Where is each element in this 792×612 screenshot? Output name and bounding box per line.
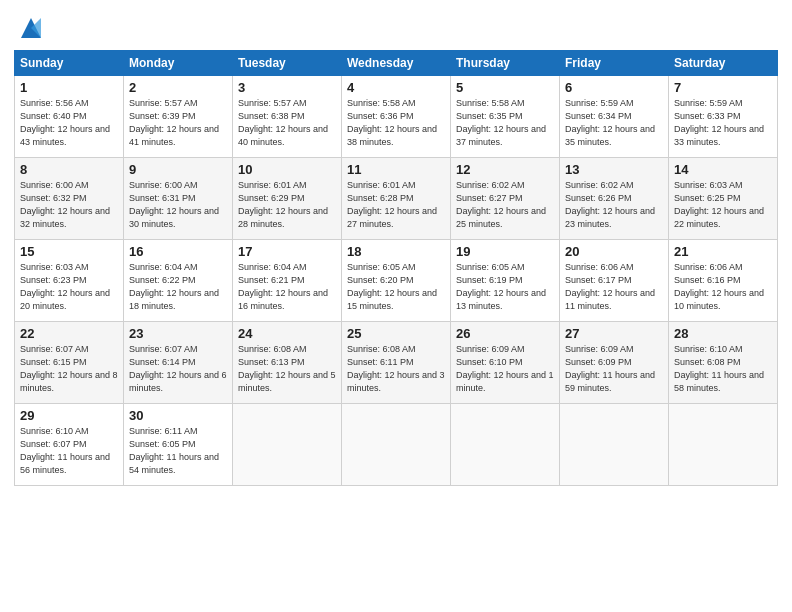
day-number: 22 bbox=[20, 326, 118, 341]
calendar-day-cell: 13Sunrise: 6:02 AMSunset: 6:26 PMDayligh… bbox=[560, 158, 669, 240]
calendar-day-cell bbox=[342, 404, 451, 486]
day-number: 26 bbox=[456, 326, 554, 341]
calendar-day-cell: 18Sunrise: 6:05 AMSunset: 6:20 PMDayligh… bbox=[342, 240, 451, 322]
day-number: 17 bbox=[238, 244, 336, 259]
calendar-header-row: SundayMondayTuesdayWednesdayThursdayFrid… bbox=[15, 51, 778, 76]
day-number: 23 bbox=[129, 326, 227, 341]
day-info: Sunrise: 6:10 AMSunset: 6:08 PMDaylight:… bbox=[674, 343, 772, 395]
day-number: 5 bbox=[456, 80, 554, 95]
calendar-day-cell: 30Sunrise: 6:11 AMSunset: 6:05 PMDayligh… bbox=[124, 404, 233, 486]
day-info: Sunrise: 6:06 AMSunset: 6:17 PMDaylight:… bbox=[565, 261, 663, 313]
day-number: 14 bbox=[674, 162, 772, 177]
day-info: Sunrise: 6:03 AMSunset: 6:25 PMDaylight:… bbox=[674, 179, 772, 231]
calendar-day-cell: 14Sunrise: 6:03 AMSunset: 6:25 PMDayligh… bbox=[669, 158, 778, 240]
day-info: Sunrise: 6:01 AMSunset: 6:28 PMDaylight:… bbox=[347, 179, 445, 231]
day-number: 6 bbox=[565, 80, 663, 95]
day-info: Sunrise: 5:56 AMSunset: 6:40 PMDaylight:… bbox=[20, 97, 118, 149]
day-number: 20 bbox=[565, 244, 663, 259]
logo bbox=[14, 14, 45, 42]
page-header bbox=[14, 10, 778, 42]
calendar-day-cell: 22Sunrise: 6:07 AMSunset: 6:15 PMDayligh… bbox=[15, 322, 124, 404]
calendar-day-cell: 10Sunrise: 6:01 AMSunset: 6:29 PMDayligh… bbox=[233, 158, 342, 240]
calendar-day-cell: 20Sunrise: 6:06 AMSunset: 6:17 PMDayligh… bbox=[560, 240, 669, 322]
calendar-day-cell: 16Sunrise: 6:04 AMSunset: 6:22 PMDayligh… bbox=[124, 240, 233, 322]
day-info: Sunrise: 6:01 AMSunset: 6:29 PMDaylight:… bbox=[238, 179, 336, 231]
calendar-day-cell: 29Sunrise: 6:10 AMSunset: 6:07 PMDayligh… bbox=[15, 404, 124, 486]
day-number: 29 bbox=[20, 408, 118, 423]
day-number: 19 bbox=[456, 244, 554, 259]
calendar-day-cell: 8Sunrise: 6:00 AMSunset: 6:32 PMDaylight… bbox=[15, 158, 124, 240]
day-info: Sunrise: 6:09 AMSunset: 6:09 PMDaylight:… bbox=[565, 343, 663, 395]
day-number: 13 bbox=[565, 162, 663, 177]
day-info: Sunrise: 6:04 AMSunset: 6:21 PMDaylight:… bbox=[238, 261, 336, 313]
calendar-day-cell bbox=[233, 404, 342, 486]
day-info: Sunrise: 5:57 AMSunset: 6:38 PMDaylight:… bbox=[238, 97, 336, 149]
day-info: Sunrise: 6:02 AMSunset: 6:27 PMDaylight:… bbox=[456, 179, 554, 231]
col-header-sunday: Sunday bbox=[15, 51, 124, 76]
day-number: 2 bbox=[129, 80, 227, 95]
day-info: Sunrise: 6:11 AMSunset: 6:05 PMDaylight:… bbox=[129, 425, 227, 477]
calendar-week-row: 29Sunrise: 6:10 AMSunset: 6:07 PMDayligh… bbox=[15, 404, 778, 486]
day-number: 10 bbox=[238, 162, 336, 177]
day-info: Sunrise: 6:07 AMSunset: 6:14 PMDaylight:… bbox=[129, 343, 227, 395]
day-info: Sunrise: 6:04 AMSunset: 6:22 PMDaylight:… bbox=[129, 261, 227, 313]
day-info: Sunrise: 5:58 AMSunset: 6:35 PMDaylight:… bbox=[456, 97, 554, 149]
col-header-saturday: Saturday bbox=[669, 51, 778, 76]
day-number: 25 bbox=[347, 326, 445, 341]
day-info: Sunrise: 6:00 AMSunset: 6:32 PMDaylight:… bbox=[20, 179, 118, 231]
day-number: 28 bbox=[674, 326, 772, 341]
day-info: Sunrise: 6:03 AMSunset: 6:23 PMDaylight:… bbox=[20, 261, 118, 313]
day-number: 24 bbox=[238, 326, 336, 341]
calendar-day-cell: 7Sunrise: 5:59 AMSunset: 6:33 PMDaylight… bbox=[669, 76, 778, 158]
calendar-day-cell: 17Sunrise: 6:04 AMSunset: 6:21 PMDayligh… bbox=[233, 240, 342, 322]
day-info: Sunrise: 5:59 AMSunset: 6:34 PMDaylight:… bbox=[565, 97, 663, 149]
col-header-tuesday: Tuesday bbox=[233, 51, 342, 76]
calendar-day-cell: 24Sunrise: 6:08 AMSunset: 6:13 PMDayligh… bbox=[233, 322, 342, 404]
day-number: 21 bbox=[674, 244, 772, 259]
day-number: 3 bbox=[238, 80, 336, 95]
calendar-week-row: 22Sunrise: 6:07 AMSunset: 6:15 PMDayligh… bbox=[15, 322, 778, 404]
calendar-day-cell: 23Sunrise: 6:07 AMSunset: 6:14 PMDayligh… bbox=[124, 322, 233, 404]
day-number: 1 bbox=[20, 80, 118, 95]
calendar-week-row: 1Sunrise: 5:56 AMSunset: 6:40 PMDaylight… bbox=[15, 76, 778, 158]
calendar-day-cell: 2Sunrise: 5:57 AMSunset: 6:39 PMDaylight… bbox=[124, 76, 233, 158]
calendar-day-cell: 3Sunrise: 5:57 AMSunset: 6:38 PMDaylight… bbox=[233, 76, 342, 158]
calendar-day-cell bbox=[560, 404, 669, 486]
col-header-wednesday: Wednesday bbox=[342, 51, 451, 76]
calendar-day-cell bbox=[669, 404, 778, 486]
calendar-day-cell: 15Sunrise: 6:03 AMSunset: 6:23 PMDayligh… bbox=[15, 240, 124, 322]
day-number: 12 bbox=[456, 162, 554, 177]
calendar-day-cell bbox=[451, 404, 560, 486]
col-header-monday: Monday bbox=[124, 51, 233, 76]
calendar-day-cell: 1Sunrise: 5:56 AMSunset: 6:40 PMDaylight… bbox=[15, 76, 124, 158]
day-info: Sunrise: 5:59 AMSunset: 6:33 PMDaylight:… bbox=[674, 97, 772, 149]
day-info: Sunrise: 6:10 AMSunset: 6:07 PMDaylight:… bbox=[20, 425, 118, 477]
day-number: 18 bbox=[347, 244, 445, 259]
day-number: 15 bbox=[20, 244, 118, 259]
day-info: Sunrise: 6:05 AMSunset: 6:20 PMDaylight:… bbox=[347, 261, 445, 313]
calendar-day-cell: 6Sunrise: 5:59 AMSunset: 6:34 PMDaylight… bbox=[560, 76, 669, 158]
day-number: 9 bbox=[129, 162, 227, 177]
calendar-day-cell: 21Sunrise: 6:06 AMSunset: 6:16 PMDayligh… bbox=[669, 240, 778, 322]
calendar-day-cell: 19Sunrise: 6:05 AMSunset: 6:19 PMDayligh… bbox=[451, 240, 560, 322]
day-info: Sunrise: 6:07 AMSunset: 6:15 PMDaylight:… bbox=[20, 343, 118, 395]
calendar-day-cell: 5Sunrise: 5:58 AMSunset: 6:35 PMDaylight… bbox=[451, 76, 560, 158]
logo-icon bbox=[17, 14, 45, 42]
day-info: Sunrise: 5:58 AMSunset: 6:36 PMDaylight:… bbox=[347, 97, 445, 149]
calendar-day-cell: 11Sunrise: 6:01 AMSunset: 6:28 PMDayligh… bbox=[342, 158, 451, 240]
day-info: Sunrise: 6:02 AMSunset: 6:26 PMDaylight:… bbox=[565, 179, 663, 231]
calendar-day-cell: 4Sunrise: 5:58 AMSunset: 6:36 PMDaylight… bbox=[342, 76, 451, 158]
calendar-day-cell: 12Sunrise: 6:02 AMSunset: 6:27 PMDayligh… bbox=[451, 158, 560, 240]
day-number: 16 bbox=[129, 244, 227, 259]
day-number: 11 bbox=[347, 162, 445, 177]
day-info: Sunrise: 6:08 AMSunset: 6:13 PMDaylight:… bbox=[238, 343, 336, 395]
day-info: Sunrise: 6:06 AMSunset: 6:16 PMDaylight:… bbox=[674, 261, 772, 313]
day-info: Sunrise: 5:57 AMSunset: 6:39 PMDaylight:… bbox=[129, 97, 227, 149]
day-info: Sunrise: 6:09 AMSunset: 6:10 PMDaylight:… bbox=[456, 343, 554, 395]
calendar-day-cell: 25Sunrise: 6:08 AMSunset: 6:11 PMDayligh… bbox=[342, 322, 451, 404]
day-number: 7 bbox=[674, 80, 772, 95]
col-header-thursday: Thursday bbox=[451, 51, 560, 76]
calendar-table: SundayMondayTuesdayWednesdayThursdayFrid… bbox=[14, 50, 778, 486]
calendar-day-cell: 27Sunrise: 6:09 AMSunset: 6:09 PMDayligh… bbox=[560, 322, 669, 404]
calendar-day-cell: 26Sunrise: 6:09 AMSunset: 6:10 PMDayligh… bbox=[451, 322, 560, 404]
